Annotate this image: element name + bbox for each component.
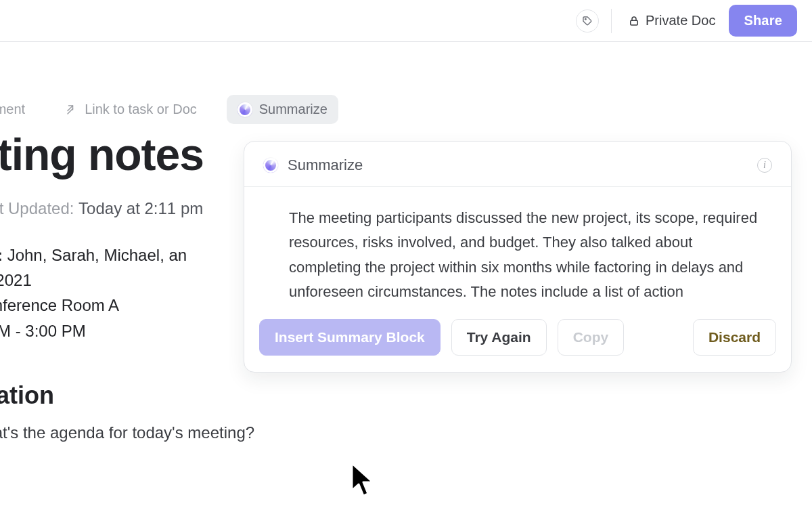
date-line: 15/2021	[0, 268, 257, 293]
share-button[interactable]: Share	[729, 5, 797, 37]
divider	[611, 9, 612, 33]
summary-text: The meeting participants discussed the n…	[244, 187, 791, 310]
location-line: Conference Room A	[0, 293, 257, 318]
action-link-label: Link to task or Doc	[85, 102, 197, 117]
link-arrow-icon	[66, 104, 78, 116]
summarize-panel-header: Summarize i	[244, 142, 791, 187]
discard-button[interactable]: Discard	[693, 319, 776, 356]
selection-actions: mment Link to task or Doc Summarize	[0, 95, 338, 124]
summarize-panel-actions: Insert Summary Block Try Again Copy Disc…	[244, 310, 791, 372]
section-heading: rsation	[0, 381, 812, 410]
agenda-question: what's the agenda for today's meeting?	[0, 423, 812, 442]
tag-icon[interactable]	[576, 9, 599, 33]
app-topbar: Private Doc Share	[0, 0, 812, 42]
meta-value: Today at 2:11 pm	[78, 199, 203, 217]
svg-point-0	[585, 18, 586, 20]
info-icon[interactable]: i	[757, 158, 772, 173]
participants-value: John, Sarah, Michael, an	[7, 246, 187, 264]
participants-label: nts:	[0, 246, 3, 264]
time-line: 0 PM - 3:00 PM	[0, 318, 257, 343]
doc-details: nts: John, Sarah, Michael, an 15/2021 Co…	[0, 242, 257, 343]
summarize-panel-title: Summarize	[263, 156, 363, 174]
ai-orb-icon	[238, 102, 252, 117]
cursor-icon	[351, 462, 376, 500]
summarize-panel: Summarize i The meeting participants dis…	[244, 141, 792, 373]
meta-label: Last Updated:	[0, 199, 74, 217]
copy-button[interactable]: Copy	[558, 319, 625, 356]
insert-summary-button[interactable]: Insert Summary Block	[259, 319, 441, 356]
ai-orb-icon	[263, 158, 278, 173]
doc-privacy[interactable]: Private Doc	[624, 9, 719, 33]
action-summarize-label: Summarize	[259, 102, 328, 117]
action-comment[interactable]: mment	[0, 95, 36, 124]
action-summarize[interactable]: Summarize	[227, 95, 338, 124]
privacy-label: Private Doc	[646, 13, 715, 28]
svg-rect-1	[631, 20, 638, 25]
lock-icon	[628, 15, 640, 27]
summarize-panel-title-text: Summarize	[288, 156, 363, 174]
try-again-button[interactable]: Try Again	[451, 319, 547, 356]
action-comment-label: mment	[0, 102, 25, 117]
action-link[interactable]: Link to task or Doc	[55, 95, 208, 124]
